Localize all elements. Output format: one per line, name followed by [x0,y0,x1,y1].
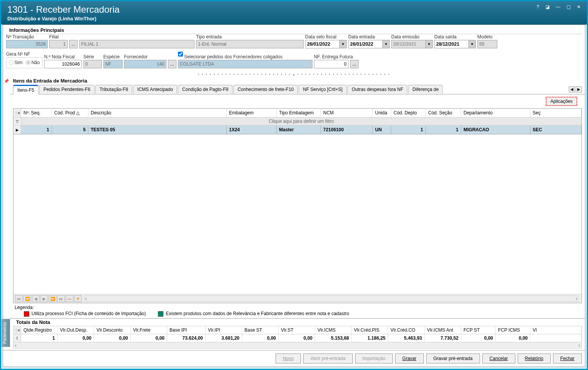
input-nf-entrega[interactable] [314,60,349,68]
lookup-filial-button[interactable]: ... [69,40,78,48]
tab-outras-despesas[interactable]: Outras despesas fora NF [347,85,407,94]
legenda-title: Legenda: [15,305,580,310]
tab-itens[interactable]: Itens-F5 [13,85,38,94]
tab-scroll-left-icon[interactable]: ◀ [569,86,575,92]
totais-row-edit-icon: I [13,334,21,342]
filter-hint[interactable]: Clique aqui para definir um filtro [21,117,581,125]
label-data-selo: Data selo fiscal [305,34,347,40]
edit-icon[interactable]: ◪ [545,4,550,10]
lookup-nf-entrega-button[interactable]: ... [350,60,359,68]
col-cod-depto[interactable]: Cód. Depto [391,109,426,117]
col-cod-secao[interactable]: Cód. Seção [426,109,461,117]
radio-nao[interactable]: Não [26,58,40,67]
column-chooser-icon[interactable]: ⋮≡ [13,109,21,117]
totais-header: Totais da Nota [13,319,582,326]
filter-icon[interactable]: ▽ [13,117,21,125]
label-serie: Série [83,54,102,59]
nav-prev-page-icon[interactable]: ⏪ [23,295,31,302]
col-ncm[interactable]: NCM [321,109,373,117]
date-dropdown-icon[interactable]: ▼ [383,40,390,48]
info-principais-header: Informações Principais [6,26,582,34]
input-n-transacao [6,40,48,48]
label-tipo-entrada: Tipo entrada [196,34,304,40]
window-subtitle: Distribuição e Varejo (Linha WinThor) [7,16,120,21]
cancelar-button[interactable]: Cancelar [482,353,515,363]
maximize-icon[interactable]: ▢ [566,4,571,10]
tab-condicao-pagto[interactable]: Condição de Pagto-F9 [178,85,233,94]
date-dropdown-icon[interactable]: ▼ [340,40,347,48]
input-data-saida[interactable] [434,40,469,48]
parametros-sidebar[interactable]: Parâmetros [2,319,10,347]
input-filial-cod [49,40,68,48]
date-dropdown-icon[interactable]: ▼ [426,40,433,48]
col-embalagem[interactable]: Embalagem [227,109,277,117]
tab-nf-servico[interactable]: NF Serviço [Crtl+S] [299,85,347,94]
tab-icms-antecipado[interactable]: ICMS Antecipado [133,85,177,94]
itens-grid: ⋮≡ Nº. Seq. Cód. Prod △ Descrição Embala… [13,108,582,303]
label-data-saida: Data saída [434,34,476,40]
input-nota-fiscal[interactable] [44,60,82,68]
date-dropdown-icon[interactable]: ▼ [469,40,476,48]
col-tipo-embalagem[interactable]: Tipo Embalagem [277,109,321,117]
nav-delete-icon[interactable]: — [66,295,73,302]
nav-filter-icon[interactable]: ▼ [74,295,82,302]
itens-header: Itens da Entrada de Mercadoria [10,77,585,84]
col-cod-prod[interactable]: Cód. Prod △ [52,109,88,117]
totais-column-chooser-icon[interactable]: ⋮≡ [13,326,21,334]
nav-last-icon[interactable]: ⏭ [57,295,65,302]
label-gera-nf: Gera Nº NF [6,51,43,57]
tab-diferenca[interactable]: Diferença de [408,85,443,94]
checkbox-selecionar-pedidos-label[interactable]: Selecionar pedidos dos Fornecedores coli… [178,50,312,59]
row-indicator-icon: ▶ [13,126,21,134]
label-filial: Filial [49,34,68,40]
table-row[interactable]: ▶ 1 5 TESTES 05 1X24 Master 72106100 UN … [13,126,581,134]
input-filial-nome [79,40,194,48]
lookup-fornecedor-button[interactable]: ... [168,60,176,68]
label-nota-fiscal: N.º Nota Fiscal [44,54,82,59]
help-icon[interactable]: ? [537,4,539,10]
col-secao[interactable]: Seç [530,109,581,117]
totais-scrollbar[interactable]: ‹› [13,342,582,349]
select-tipo-entrada[interactable] [196,40,304,48]
importacao-button: Importação [355,353,393,363]
checkbox-selecionar-pedidos[interactable] [178,50,183,58]
nav-next-icon[interactable]: ▶ [40,295,48,302]
gravar-button[interactable]: Gravar [395,353,424,363]
col-descricao[interactable]: Descrição [88,109,227,117]
collapse-handle[interactable]: • • • • • • • • • • • • • • • • • • • • … [3,71,585,77]
nav-first-icon[interactable]: ⏮ [15,295,23,302]
aplicacoes-button[interactable]: Aplicações [546,97,577,106]
fechar-button[interactable]: Fechar [553,353,582,363]
input-fornecedor-cod [124,60,166,68]
input-data-entrada[interactable] [348,40,383,48]
legend-relevancia: Existem produtos com dados de Relevância… [158,311,349,317]
input-especie [103,60,123,68]
nav-next-page-icon[interactable]: ⏩ [49,295,56,302]
radio-sim[interactable]: Sim [9,58,23,67]
tab-scroll-right-icon[interactable]: ▶ [576,86,582,92]
label-fornecedor: Fornecedor [124,54,166,59]
tab-pedidos-pendentes[interactable]: Pedidos Pendentes-F6 [39,85,95,94]
col-seq[interactable]: Nº. Seq. [21,109,52,117]
abrir-pre-entrada-button: Abrir pré-entrada [303,353,353,363]
label-data-entrada: Data entrada [348,34,390,40]
pin-icon[interactable]: 📌 [3,77,10,350]
relatorio-button[interactable]: Relatório [518,353,551,363]
gravar-pre-entrada-button[interactable]: Gravar pré-entrada [426,353,480,363]
legend-fci: Utiliza processo FCI (Ficha de conteúdo … [24,311,146,317]
input-serie [83,60,102,68]
label-n-transacao: Nº Transação [6,34,48,40]
input-data-selo[interactable] [305,40,340,48]
label-modelo: Modelo [477,34,497,40]
tab-tributacao[interactable]: Tributação-F8 [95,85,132,94]
col-unidade[interactable]: Unida [373,109,391,117]
nav-prev-icon[interactable]: ◀ [32,295,40,302]
input-data-emissao [391,40,426,48]
tab-conhecimento-frete[interactable]: Conhecimento de frete-F10 [233,85,298,94]
window-title: 1301 - Receber Mercadoria [7,4,120,15]
close-icon[interactable]: ✕ [577,4,581,10]
horizontal-scrollbar[interactable]: ‹› [84,296,578,302]
col-departamento[interactable]: Departamento [461,109,530,117]
input-modelo [477,40,497,48]
minimize-icon[interactable]: — [556,4,560,10]
